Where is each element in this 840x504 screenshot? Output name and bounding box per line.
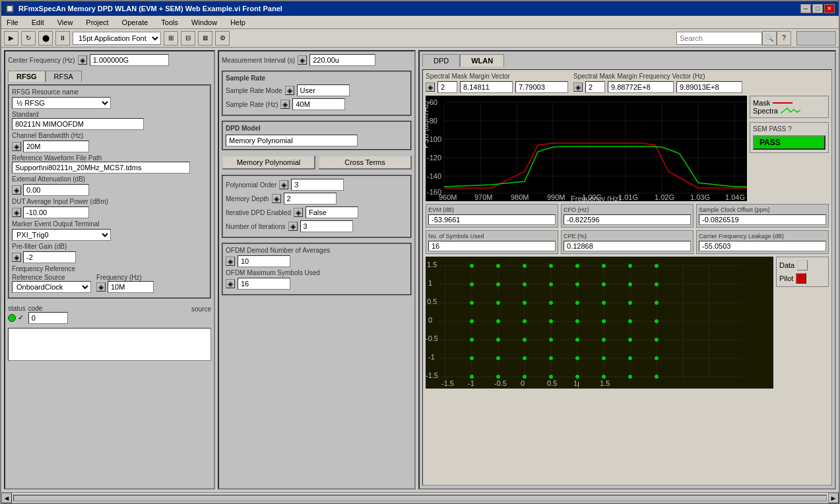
svg-point-100	[496, 338, 500, 342]
tab-wlan[interactable]: WLAN	[460, 54, 504, 67]
iterative-dpd-input[interactable]	[306, 206, 358, 218]
meas-interval-group: Measurement Interval (s) ◈	[222, 54, 412, 66]
smm-val2-input[interactable]	[515, 81, 568, 93]
source-textarea[interactable]	[8, 328, 211, 361]
memory-depth-label: Memory Depth	[226, 195, 269, 203]
smm-knob[interactable]: ◈	[426, 82, 435, 92]
smm-val1-input[interactable]	[460, 81, 513, 93]
tab-rfsg[interactable]: RFSG	[8, 71, 46, 82]
memory-depth-knob[interactable]: ◈	[272, 194, 281, 203]
center-freq-label: Center Frequency (Hz)	[8, 57, 75, 64]
spectra-legend: Spectra	[753, 107, 825, 115]
search-input[interactable]	[676, 32, 762, 45]
channel-bw-knob[interactable]: ◈	[12, 142, 21, 151]
snap-button[interactable]: ⚙	[215, 31, 230, 46]
align-button[interactable]: ⊞	[164, 31, 178, 46]
poly-order-input[interactable]	[291, 179, 344, 191]
menu-project[interactable]: Project	[83, 18, 111, 27]
tab-rfsa[interactable]: RFSA	[46, 71, 82, 82]
sample-rate-mode-knob[interactable]: ◈	[285, 86, 294, 95]
prefilter-input[interactable]	[23, 251, 76, 263]
smf-val1-input[interactable]	[608, 81, 674, 93]
ofdm-symbols-group: OFDM Maximum Symbols Used ◈	[226, 269, 408, 290]
scroll-left-button[interactable]: ◄	[1, 493, 12, 503]
menu-window[interactable]: Window	[189, 18, 220, 27]
dut-avg-knob[interactable]: ◈	[12, 208, 21, 217]
rfsg-resource-dropdown[interactable]: ½ RFSG	[12, 97, 111, 109]
meas-interval-knob[interactable]: ◈	[298, 55, 307, 65]
svg-point-114	[655, 356, 659, 360]
sample-clock-label: Sample Clock Offset (ppm)	[699, 206, 826, 213]
marker-event-dropdown[interactable]: PXI_Trig0	[12, 229, 111, 241]
maximize-button[interactable]: □	[812, 4, 823, 13]
ext-atten-input[interactable]	[23, 184, 89, 196]
menu-help[interactable]: Help	[228, 18, 248, 27]
sample-rate-hz-input[interactable]	[292, 98, 345, 110]
data-indicator	[797, 260, 808, 270]
stop-button[interactable]: ⬤	[38, 31, 53, 46]
ref-waveform-input[interactable]	[12, 162, 190, 173]
tab-dpd[interactable]: DPD	[422, 54, 460, 67]
menu-operate[interactable]: Operate	[119, 18, 151, 27]
freq-hz-input[interactable]	[108, 281, 154, 293]
sample-rate-hz-knob[interactable]: ◈	[280, 100, 290, 109]
svg-text:0: 0	[521, 379, 525, 387]
prefilter-knob[interactable]: ◈	[12, 253, 21, 262]
run-arrow-button[interactable]: ▶	[4, 31, 18, 46]
menu-view[interactable]: View	[55, 18, 76, 27]
menu-tools[interactable]: Tools	[158, 18, 181, 27]
meas-interval-input[interactable]	[309, 54, 375, 66]
memory-polynomial-button[interactable]: Memory Polynomial	[222, 155, 315, 170]
smf-knob[interactable]: ◈	[573, 82, 583, 92]
center-freq-input[interactable]	[90, 54, 169, 66]
iterative-dpd-knob[interactable]: ◈	[294, 208, 303, 217]
ref-source-dropdown[interactable]: OnboardClock	[12, 281, 91, 293]
ext-atten-knob[interactable]: ◈	[12, 185, 21, 195]
sample-rate-mode-input[interactable]	[297, 84, 350, 96]
cpe-box: CPE (%) 0.12868	[561, 230, 694, 254]
num-iterations-input[interactable]	[300, 220, 353, 232]
status-value: ✓	[18, 313, 24, 322]
memory-depth-input[interactable]	[284, 193, 337, 205]
smm-count-input[interactable]	[437, 81, 457, 93]
svg-point-84	[496, 301, 500, 305]
smm-group: Spectral Mask Margin Vector ◈	[426, 73, 568, 93]
ofdm-symbols-input[interactable]	[238, 278, 290, 290]
ofdm-symbols-knob[interactable]: ◈	[226, 279, 235, 288]
num-iterations-knob[interactable]: ◈	[288, 222, 298, 231]
standard-input[interactable]	[12, 118, 144, 130]
freq-hz-knob[interactable]: ◈	[96, 282, 106, 292]
svg-point-89	[628, 301, 632, 305]
run-cont-button[interactable]: ↻	[21, 31, 36, 46]
ofdm-avg-input[interactable]	[238, 255, 290, 267]
dpd-model-input[interactable]	[226, 135, 358, 146]
minimize-button[interactable]: ─	[800, 4, 811, 13]
num-symbols-label: No. of Symbols Used	[428, 233, 556, 239]
menu-file[interactable]: File	[4, 18, 21, 27]
main-content: Center Frequency (Hz) ◈ RFSG RFSA RFSG R…	[1, 47, 839, 492]
center-panel: Measurement Interval (s) ◈ Sample Rate S…	[218, 50, 416, 489]
reorder-button[interactable]: ⊠	[198, 31, 212, 46]
svg-text:1.04G: 1.04G	[725, 193, 745, 201]
center-freq-knob[interactable]: ◈	[78, 55, 87, 65]
poly-order-knob[interactable]: ◈	[279, 180, 288, 189]
cross-terms-button[interactable]: Cross Terms	[318, 155, 412, 170]
close-button[interactable]: ✕	[824, 4, 835, 13]
pause-button[interactable]: ⏸	[55, 31, 70, 46]
distribute-button[interactable]: ⊟	[181, 31, 195, 46]
svg-point-101	[523, 338, 527, 342]
scroll-right-button[interactable]: ►	[828, 493, 839, 503]
meas-interval-label: Measurement Interval (s)	[222, 57, 295, 64]
menu-edit[interactable]: Edit	[29, 18, 47, 27]
help-button[interactable]: ?	[777, 31, 791, 46]
smf-count-input[interactable]	[585, 81, 605, 93]
search-button[interactable]: 🔍	[762, 31, 777, 46]
ofdm-avg-knob[interactable]: ◈	[226, 257, 235, 266]
smf-val2-input[interactable]	[676, 81, 742, 93]
horizontal-scrollbar[interactable]	[13, 495, 827, 501]
code-input[interactable]	[28, 312, 68, 324]
dut-avg-input[interactable]	[23, 206, 89, 218]
channel-bw-input[interactable]	[23, 141, 89, 152]
font-selector[interactable]: 15pt Application Font	[73, 32, 161, 45]
iterative-dpd-label: Iterative DPD Enabled	[226, 209, 291, 216]
